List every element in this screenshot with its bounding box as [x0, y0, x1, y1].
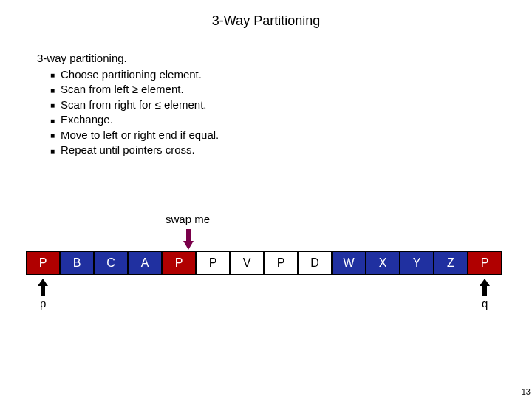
bullet-list: ■Choose partitioning element. ■Scan from… — [50, 67, 532, 157]
list-item: ■Scan from left ≥ element. — [50, 82, 532, 97]
array-cell: P — [468, 251, 502, 275]
list-item: ■Exchange. — [50, 112, 532, 127]
svg-marker-4 — [480, 279, 490, 286]
bullet-text: Exchange. — [61, 113, 113, 126]
array-cell: C — [94, 251, 128, 275]
array-row: P B C A P P V P D W X Y Z P — [26, 251, 502, 275]
svg-rect-5 — [482, 286, 487, 296]
pointer-q-arrow-up-icon — [480, 279, 490, 296]
svg-marker-1 — [183, 241, 194, 250]
svg-rect-0 — [186, 229, 191, 241]
array-cell: P — [196, 251, 230, 275]
array-cell: Z — [434, 251, 468, 275]
array-cell: W — [332, 251, 366, 275]
array-cell: V — [230, 251, 264, 275]
svg-marker-2 — [38, 279, 48, 286]
array-cell: P — [26, 251, 60, 275]
pointer-q-label: q — [482, 297, 488, 310]
pointer-p-arrow-up-icon — [38, 279, 48, 296]
bullet-text: Scan from left ≥ element. — [61, 83, 184, 95]
swap-me-label: swap me — [166, 213, 210, 225]
array-cell: Y — [400, 251, 434, 275]
bullet-text: Repeat until pointers cross. — [61, 143, 195, 156]
list-item: ■Scan from right for ≤ element. — [50, 98, 532, 112]
pointer-p-label: p — [40, 297, 46, 310]
array-cell: B — [60, 251, 94, 275]
bullet-text: Scan from right for ≤ element. — [61, 98, 206, 111]
array-cell: D — [298, 251, 332, 275]
list-heading: 3-way partitioning. — [37, 51, 532, 66]
list-item: ■Choose partitioning element. — [50, 67, 532, 82]
list-item: ■Repeat until pointers cross. — [50, 143, 532, 157]
array-cell: A — [128, 251, 162, 275]
array-cell: P — [162, 251, 196, 275]
array-cell: P — [264, 251, 298, 275]
swap-arrow-down-icon — [183, 229, 194, 250]
svg-rect-3 — [41, 286, 45, 296]
array-cell: X — [366, 251, 400, 275]
bullet-text: Move to left or right end if equal. — [61, 129, 219, 141]
list-item: ■Move to left or right end if equal. — [50, 128, 532, 143]
page-number: 13 — [522, 387, 531, 396]
bullet-text: Choose partitioning element. — [61, 68, 202, 81]
slide-title: 3-Way Partitioning — [0, 0, 532, 29]
content-block: 3-way partitioning. ■Choose partitioning… — [37, 51, 532, 157]
